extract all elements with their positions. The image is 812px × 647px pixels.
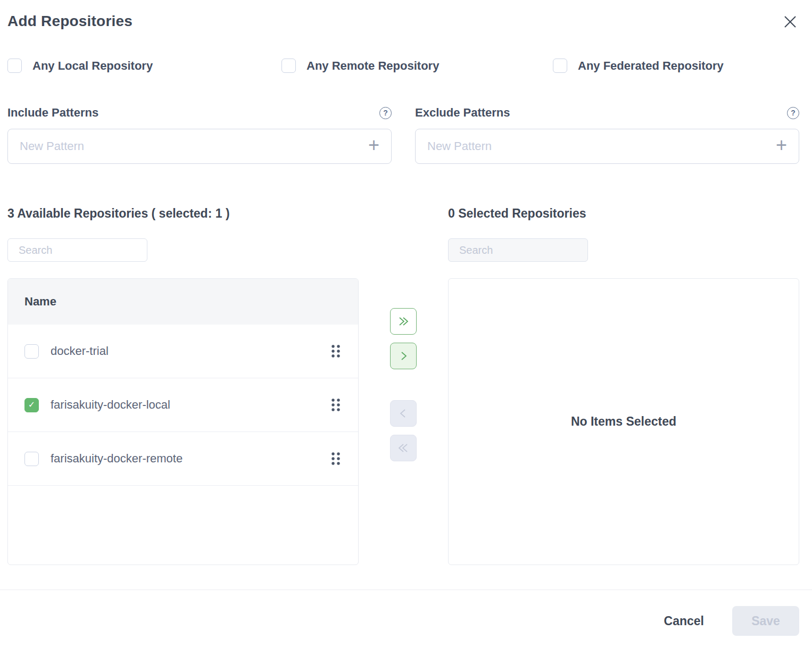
include-patterns-block: Include Patterns ? +	[7, 106, 392, 164]
table-row[interactable]: farisakuity-docker-local	[8, 378, 358, 432]
any-federated-checkbox[interactable]	[553, 59, 567, 73]
filter-any-federated: Any Federated Repository	[553, 59, 724, 73]
chevron-right-icon	[397, 350, 410, 362]
dialog-header: Add Repositories	[7, 0, 799, 31]
double-chevron-right-icon	[397, 316, 410, 327]
drag-handle-icon[interactable]	[329, 342, 343, 361]
row-checkbox[interactable]	[24, 452, 39, 466]
include-patterns-label: Include Patterns	[7, 106, 98, 120]
table-header-name: Name	[8, 279, 358, 325]
filter-any-local: Any Local Repository	[7, 59, 281, 73]
patterns-section: Include Patterns ? + Exclude Patterns ? …	[7, 106, 799, 164]
save-button[interactable]: Save	[732, 606, 799, 636]
any-federated-label: Any Federated Repository	[578, 59, 724, 73]
close-icon[interactable]	[781, 13, 799, 31]
repo-type-filter-row: Any Local Repository Any Remote Reposito…	[7, 59, 799, 73]
page-title: Add Repositories	[7, 13, 132, 30]
table-row[interactable]: docker-trial	[8, 325, 358, 378]
repo-name: farisakuity-docker-local	[51, 398, 329, 412]
available-search-input[interactable]	[7, 238, 147, 262]
repo-name: docker-trial	[51, 344, 329, 358]
add-repositories-dialog: Add Repositories Any Local Repository An…	[0, 0, 812, 565]
include-pattern-input[interactable]	[20, 139, 368, 153]
move-right-button[interactable]	[390, 343, 417, 369]
drag-handle-icon[interactable]	[329, 449, 343, 468]
selected-repositories-heading: 0 Selected Repositories	[448, 206, 799, 221]
include-pattern-input-wrap: +	[7, 129, 392, 164]
table-row[interactable]: farisakuity-docker-remote	[8, 432, 358, 486]
filter-any-remote: Any Remote Repository	[281, 59, 553, 73]
drag-handle-icon[interactable]	[329, 395, 343, 414]
repo-name: farisakuity-docker-remote	[51, 452, 329, 466]
available-repositories-heading: 3 Available Repositories ( selected: 1 )	[7, 206, 359, 221]
no-items-selected-text: No Items Selected	[571, 414, 676, 429]
available-repositories-panel: 3 Available Repositories ( selected: 1 )…	[7, 206, 359, 565]
selected-repositories-panel: 0 Selected Repositories No Items Selecte…	[448, 206, 799, 565]
any-local-label: Any Local Repository	[32, 59, 153, 73]
double-chevron-left-icon	[397, 442, 410, 454]
include-patterns-help-icon[interactable]: ?	[379, 107, 392, 119]
exclude-patterns-label: Exclude Patterns	[415, 106, 510, 120]
chevron-left-icon	[397, 408, 410, 419]
selected-search-input[interactable]	[448, 238, 588, 262]
available-repositories-table: Name docker-trial farisakuity-docker	[7, 278, 359, 565]
exclude-pattern-input[interactable]	[427, 139, 776, 153]
exclude-patterns-block: Exclude Patterns ? +	[415, 106, 799, 164]
move-left-button[interactable]	[390, 400, 417, 427]
any-local-checkbox[interactable]	[7, 59, 22, 73]
dialog-footer: Cancel Save	[0, 590, 812, 646]
row-checkbox[interactable]	[24, 398, 39, 412]
any-remote-label: Any Remote Repository	[306, 59, 439, 73]
exclude-patterns-help-icon[interactable]: ?	[787, 107, 799, 119]
move-all-left-button[interactable]	[390, 435, 417, 461]
include-pattern-add-icon[interactable]: +	[368, 136, 379, 157]
repositories-transfer-section: 3 Available Repositories ( selected: 1 )…	[7, 206, 799, 565]
selected-repositories-empty-panel: No Items Selected	[448, 278, 799, 565]
cancel-button[interactable]: Cancel	[664, 614, 704, 628]
move-all-right-button[interactable]	[390, 308, 417, 335]
transfer-buttons-column	[359, 206, 448, 565]
any-remote-checkbox[interactable]	[281, 59, 296, 73]
row-checkbox[interactable]	[24, 344, 39, 359]
exclude-pattern-add-icon[interactable]: +	[776, 136, 787, 157]
exclude-pattern-input-wrap: +	[415, 129, 799, 164]
